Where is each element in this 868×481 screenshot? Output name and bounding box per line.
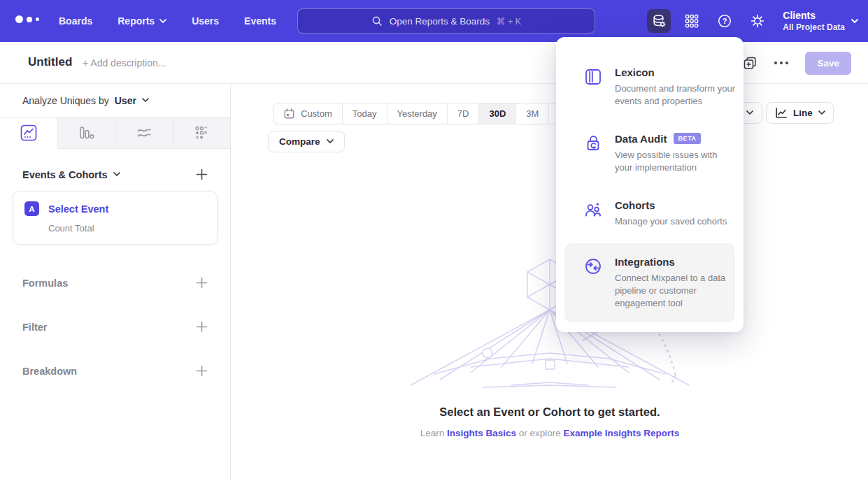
date-range-label: 30D [489, 108, 506, 119]
example-insights-reports-link[interactable]: Example Insights Reports [564, 428, 680, 438]
line-chart-icon [774, 106, 788, 120]
calendar-icon [283, 108, 295, 120]
date-range-yesterday[interactable]: Yesterday [387, 103, 447, 124]
date-range-label: 3M [526, 108, 539, 119]
svg-text:?: ? [723, 17, 727, 25]
tab-line-chart[interactable] [0, 117, 58, 149]
project-label: All Project Data [783, 22, 845, 32]
add-formula-button[interactable] [196, 277, 208, 289]
plus-icon [196, 168, 208, 180]
plus-icon [196, 365, 208, 377]
report-title[interactable]: Untitled [28, 55, 72, 69]
analyze-value: User [115, 95, 136, 106]
date-range-label: 7D [457, 108, 469, 119]
chevron-down-icon [142, 98, 149, 103]
insights-basics-link[interactable]: Insights Basics [447, 428, 516, 438]
tab-bar-chart[interactable] [58, 117, 116, 149]
cohorts-people-icon [584, 201, 602, 219]
help-button[interactable]: ? [713, 9, 737, 33]
metric-tab-icon [192, 124, 211, 142]
date-range-label: Custom [301, 108, 332, 119]
lexicon-book-icon [584, 68, 602, 86]
apps-grid-button[interactable] [680, 9, 704, 33]
menu-item-lexicon[interactable]: Lexicon Document and transform your even… [556, 54, 744, 120]
nav-item-reports[interactable]: Reports [118, 15, 166, 27]
plus-icon [196, 277, 208, 289]
empty-mid-text: or explore [519, 428, 561, 438]
section-label: Formulas [22, 278, 68, 289]
nav-item-label: Reports [118, 15, 155, 27]
tab-flows-chart[interactable] [115, 117, 173, 149]
search-input[interactable]: Open Reports & Boards ⌘ + K [297, 8, 595, 34]
menu-item-data-audit[interactable]: Data Audit BETA View possible issues wit… [556, 120, 744, 187]
menu-item-cohorts[interactable]: Cohorts Manage your saved cohorts [556, 187, 744, 240]
nav-item-label: Users [192, 15, 219, 27]
chevron-down-icon [327, 139, 334, 144]
more-options-button[interactable] [774, 62, 788, 64]
menu-item-title: Data Audit [615, 133, 667, 145]
add-description-field[interactable]: + Add description... [83, 57, 166, 69]
duplicate-icon[interactable] [743, 56, 757, 71]
menu-item-description: View possible issues with your implement… [615, 149, 735, 174]
nav-item-label: Boards [59, 15, 92, 27]
add-event-button[interactable] [196, 168, 208, 180]
tab-metric-chart[interactable] [173, 117, 231, 149]
chart-type-button[interactable]: Line [766, 102, 834, 124]
menu-item-description: Connect Mixpanel to a data pipeline or c… [615, 272, 735, 310]
bar-chart-tab-icon [77, 124, 95, 142]
nav-links: Boards Reports Users Events [59, 0, 276, 42]
add-filter-button[interactable] [196, 321, 208, 333]
select-event-button[interactable]: Select Event [48, 203, 108, 215]
chevron-down-icon [113, 172, 120, 177]
empty-state-subtitle: Learn Insights Basics or explore Example… [232, 428, 868, 438]
section-breakdown: Breakdown [22, 365, 208, 377]
compare-button[interactable]: Compare [268, 131, 345, 152]
analyze-uniques-selector[interactable]: Analyze Uniques by User [0, 84, 230, 117]
chart-type-tabs [0, 117, 230, 149]
data-management-button[interactable] [647, 9, 671, 33]
events-cohorts-label: Events & Cohorts [22, 169, 108, 180]
date-range-3m[interactable]: 3M [515, 103, 548, 124]
top-nav: Boards Reports Users Events Open Reports… [0, 0, 868, 42]
mixpanel-logo[interactable] [15, 15, 39, 23]
chevron-down-icon [851, 19, 858, 24]
date-range-7d[interactable]: 7D [447, 103, 479, 124]
data-management-menu: Lexicon Document and transform your even… [556, 37, 744, 332]
event-row-a[interactable]: A Select Event Count Total [13, 191, 218, 245]
nav-item-events[interactable]: Events [244, 15, 276, 27]
menu-item-description: Manage your saved cohorts [615, 215, 735, 228]
event-aggregation-selector[interactable]: Count Total [48, 223, 206, 234]
section-formulas: Formulas [22, 277, 208, 289]
chevron-down-icon [818, 110, 825, 115]
event-letter-badge: A [24, 201, 39, 216]
settings-button[interactable] [746, 9, 769, 33]
integrations-icon [584, 257, 602, 275]
database-gear-icon [651, 13, 667, 29]
nav-item-boards[interactable]: Boards [59, 15, 92, 27]
empty-state: Select an Event or Cohort to get started… [232, 405, 868, 438]
chevron-down-icon [159, 19, 166, 24]
menu-item-integrations[interactable]: Integrations Connect Mixpanel to a data … [564, 243, 735, 322]
date-range-today[interactable]: Today [342, 103, 387, 124]
nav-item-label: Events [244, 15, 276, 27]
plus-icon [196, 321, 208, 333]
analyze-label: Analyze Uniques by [22, 95, 109, 106]
nav-right: ? Clients All Project Data [647, 0, 858, 42]
date-range-30d[interactable]: 30D [478, 103, 515, 124]
gear-icon [750, 13, 765, 29]
report-actions: Save [743, 42, 851, 84]
search-shortcut: ⌘ + K [497, 16, 521, 27]
flows-tab-icon [135, 124, 153, 142]
project-selector[interactable]: Clients All Project Data [783, 10, 858, 32]
nav-item-users[interactable]: Users [192, 15, 219, 27]
line-chart-tab-icon [20, 124, 38, 142]
help-icon: ? [717, 13, 732, 29]
date-range-custom[interactable]: Custom [273, 103, 342, 124]
add-breakdown-button[interactable] [196, 365, 208, 377]
section-label: Filter [22, 322, 47, 333]
events-cohorts-header[interactable]: Events & Cohorts [22, 168, 208, 180]
save-button[interactable]: Save [805, 52, 851, 75]
menu-item-title: Lexicon [615, 66, 655, 78]
date-range-label: Yesterday [397, 108, 437, 119]
chart-type-label: Line [793, 108, 813, 118]
